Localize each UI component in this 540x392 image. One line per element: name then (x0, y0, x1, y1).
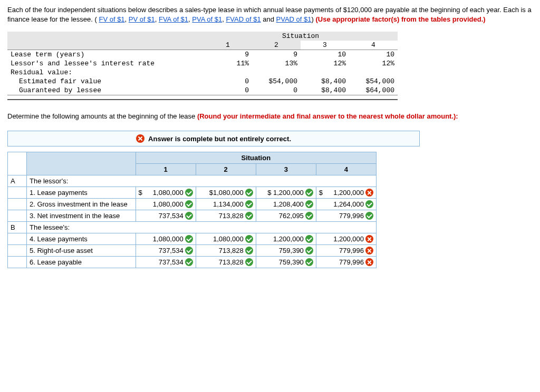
intro-paragraph: Each of the four independent situations … (7, 5, 533, 24)
cell-a1-2[interactable]: $1,080,000 (196, 187, 256, 199)
cell-a1-1[interactable]: $1,080,000 (136, 187, 196, 199)
label-b5: 5. Right-of-use asset (26, 245, 136, 257)
situation-block: Situation 1 2 3 4 Lease term (years) 9 9… (7, 32, 533, 100)
check-icon (245, 235, 253, 243)
cell-b4-4[interactable]: 1,200,000 (316, 233, 376, 245)
check-icon (305, 189, 313, 197)
x-icon (365, 235, 373, 243)
x-icon (365, 247, 373, 254)
check-icon (185, 235, 193, 243)
situation-table: Situation 1 2 3 4 Lease term (years) 9 9… (7, 32, 398, 95)
cell-b6-4[interactable]: 779,996 (316, 257, 376, 268)
check-icon (305, 212, 313, 220)
label-b4: 4. Lease payments (26, 233, 136, 245)
cell-a2-3[interactable]: 1,208,400 (256, 199, 316, 210)
ans-col-3: 3 (256, 164, 316, 175)
row-a3: 3. Net investment in the lease 737,534 7… (8, 210, 377, 222)
check-icon (305, 258, 313, 266)
ans-header: Situation (136, 152, 376, 164)
row-residual: Residual value: (7, 68, 398, 77)
cell-b5-2[interactable]: 713,828 (196, 245, 256, 257)
cell-b6-1[interactable]: 737,534 (136, 257, 196, 268)
col-1: 1 (204, 41, 252, 50)
cell-a3-4[interactable]: 779,996 (316, 210, 376, 222)
label-b6: 6. Lease payable (26, 257, 136, 268)
x-icon (365, 258, 373, 266)
cell-b6-3[interactable]: 759,390 (256, 257, 316, 268)
ans-col-2: 2 (196, 164, 256, 175)
row-guaranteed: Guaranteed by lessee 0 0 $8,400 $64,000 (7, 86, 398, 95)
cell-b5-4[interactable]: 779,996 (316, 245, 376, 257)
link-fva1[interactable]: FVA of $1 (159, 15, 188, 23)
intro-red: (Use appropriate factor(s) from the tabl… (315, 15, 485, 23)
cell-a1-4[interactable]: $1,200,000 (316, 187, 376, 199)
link-fvad1[interactable]: FVAD of $1 (226, 15, 261, 23)
col-2: 2 (252, 41, 301, 50)
label-guaranteed: Guaranteed by lessee (7, 86, 204, 95)
cell-b5-1[interactable]: 737,534 (136, 245, 196, 257)
label-rate: Lessor's and lessee's interest rate (7, 59, 204, 68)
cell-b5-3[interactable]: 759,390 (256, 245, 316, 257)
cell-a2-4[interactable]: 1,264,000 (316, 199, 376, 210)
check-icon (365, 212, 373, 220)
determine-text: Determine the following amounts at the b… (7, 112, 197, 120)
check-icon (185, 212, 193, 220)
check-icon (365, 200, 373, 208)
label-lease-term: Lease term (years) (7, 50, 204, 60)
feedback-banner: Answer is complete but not entirely corr… (7, 131, 420, 146)
cell-b4-1[interactable]: 1,080,000 (136, 233, 196, 245)
code-b: B (8, 222, 27, 233)
row-a2: 2. Gross investment in the lease 1,080,0… (8, 199, 377, 210)
label-residual: Residual value: (7, 68, 398, 77)
link-pvad1[interactable]: PVAD of $1 (276, 15, 312, 23)
determine-line: Determine the following amounts at the b… (7, 112, 533, 121)
row-est-fair: Estimated fair value 0 $54,000 $8,400 $5… (7, 77, 398, 86)
row-a1: 1. Lease payments $1,080,000 $1,080,000 … (8, 187, 377, 199)
x-icon (365, 189, 373, 197)
check-icon (245, 200, 253, 208)
feedback-text: Answer is complete but not entirely corr… (148, 135, 291, 143)
determine-red: (Round your intermediate and final answe… (197, 112, 458, 120)
label-a3: 3. Net investment in the lease (26, 210, 136, 222)
cell-a1-3[interactable]: $ 1,200,000 (256, 187, 316, 199)
cell-b6-2[interactable]: 713,828 (196, 257, 256, 268)
cell-a3-2[interactable]: 713,828 (196, 210, 256, 222)
code-a: A (8, 175, 27, 187)
check-icon (305, 247, 313, 254)
check-icon (305, 235, 313, 243)
row-b4: 4. Lease payments 1,080,000 1,080,000 1,… (8, 233, 377, 245)
check-icon (185, 200, 193, 208)
title-b: The lessee's: (26, 222, 376, 233)
section-a-header: A The lessor's: (8, 175, 377, 187)
label-a2: 2. Gross investment in the lease (26, 199, 136, 210)
check-icon (185, 247, 193, 254)
cell-a3-3[interactable]: 762,095 (256, 210, 316, 222)
answer-table: Situation 1 2 3 4 A The lessor's: 1. Lea… (7, 152, 377, 268)
link-pva1[interactable]: PVA of $1 (192, 15, 222, 23)
title-a: The lessor's: (26, 175, 376, 187)
row-b6: 6. Lease payable 737,534 713,828 759,390… (8, 257, 377, 268)
row-rate: Lessor's and lessee's interest rate 11% … (7, 59, 398, 68)
cell-a3-1[interactable]: 737,534 (136, 210, 196, 222)
check-icon (305, 200, 313, 208)
label-est-fair: Estimated fair value (7, 77, 204, 86)
cell-a2-2[interactable]: 1,134,000 (196, 199, 256, 210)
cell-b4-2[interactable]: 1,080,000 (196, 233, 256, 245)
label-a1: 1. Lease payments (26, 187, 136, 199)
cell-a2-1[interactable]: 1,080,000 (136, 199, 196, 210)
ans-col-4: 4 (316, 164, 376, 175)
col-3: 3 (301, 41, 349, 50)
link-fv1[interactable]: FV of $1 (99, 15, 124, 23)
check-icon (245, 247, 253, 254)
row-b5: 5. Right-of-use asset 737,534 713,828 75… (8, 245, 377, 257)
cell-b4-3[interactable]: 1,200,000 (256, 233, 316, 245)
ans-col-1: 1 (136, 164, 196, 175)
check-icon (245, 212, 253, 220)
check-icon (185, 189, 193, 197)
check-icon (185, 258, 193, 266)
check-icon (245, 189, 253, 197)
x-icon (136, 134, 144, 143)
row-lease-term: Lease term (years) 9 9 10 10 (7, 50, 398, 60)
link-pv1[interactable]: PV of $1 (129, 15, 155, 23)
situation-header: Situation (204, 32, 398, 41)
